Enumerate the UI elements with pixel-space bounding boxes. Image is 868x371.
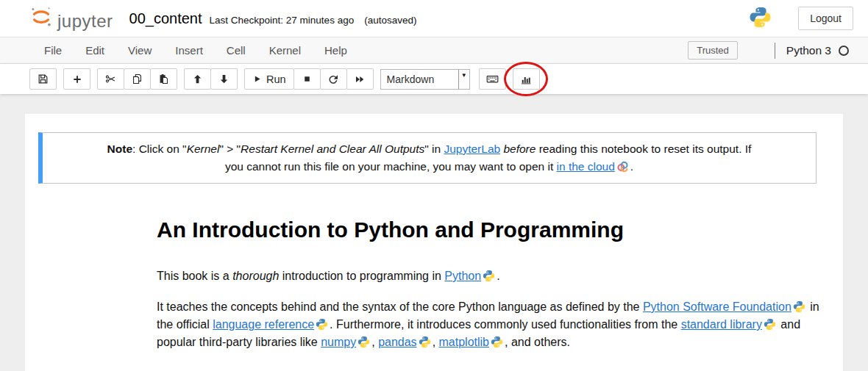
save-button[interactable]: [29, 68, 57, 90]
chart-output-button[interactable]: [513, 68, 540, 90]
python-logo-icon: [749, 6, 772, 32]
menu-cell[interactable]: Cell: [215, 38, 257, 62]
restart-icon: [327, 73, 339, 85]
move-cell-down-button[interactable]: [210, 68, 238, 90]
text-segment: thorough: [232, 270, 279, 282]
paste-icon: [157, 73, 170, 85]
cut-cell-button[interactable]: [97, 68, 124, 90]
kernel-idle-indicator-icon: [839, 46, 849, 56]
text-segment: " > ": [219, 143, 241, 155]
arrow-up-icon: [192, 73, 203, 84]
command-palette-button[interactable]: [479, 68, 506, 90]
keyboard-icon: [485, 72, 499, 86]
text-segment: ,: [371, 336, 378, 348]
text-segment: " in: [424, 143, 444, 155]
content-link[interactable]: in the cloud: [557, 160, 615, 173]
insert-cell-button[interactable]: [63, 68, 90, 90]
run-cell-button[interactable]: Run: [244, 68, 294, 90]
content-link[interactable]: JupyterLab: [444, 143, 500, 155]
python-logo-icon: [316, 318, 328, 331]
menu-insert[interactable]: Insert: [163, 38, 215, 62]
text-segment: , and others.: [505, 336, 570, 348]
plus-icon: [71, 73, 83, 85]
text-segment: This book is a: [157, 270, 232, 282]
text-segment: before: [503, 143, 536, 155]
menu-kernel[interactable]: Kernel: [257, 38, 313, 62]
text-segment: It teaches the concepts behind and the s…: [157, 300, 643, 313]
menu-help[interactable]: Help: [313, 38, 359, 62]
text-segment: .: [630, 160, 633, 173]
autosave-status: (autosaved): [364, 15, 416, 26]
paste-cell-button[interactable]: [150, 68, 177, 90]
copy-cell-button[interactable]: [124, 68, 151, 90]
content-link[interactable]: Python: [444, 270, 481, 282]
arrow-down-icon: [218, 73, 230, 84]
checkpoint-status: Last Checkpoint: 27 minutes ago: [210, 15, 355, 26]
stop-icon: [302, 73, 313, 84]
move-cell-up-button[interactable]: [184, 68, 211, 90]
notebook-container: Note: Click on "Kernel" > "Restart Kerne…: [25, 114, 843, 371]
interrupt-kernel-button[interactable]: [294, 68, 321, 90]
text-segment: Note: [107, 143, 132, 155]
play-icon: [252, 74, 262, 84]
text-segment: . Furthermore, it introduces commonly us…: [330, 318, 681, 331]
text-segment: : Click on ": [132, 143, 187, 155]
jupyter-logo-icon: [29, 5, 53, 32]
description-paragraph: It teaches the concepts behind and the s…: [157, 298, 824, 351]
content-link[interactable]: matplotlib: [439, 336, 489, 348]
text-segment: Kernel: [187, 143, 220, 155]
text-segment: Restart Kernel and Clear All Outputs: [241, 143, 424, 155]
toolbar: Run Markdown ▼: [0, 64, 868, 94]
text-segment: introduction to programming in: [279, 270, 444, 282]
cell-type-dropdown[interactable]: Markdown ▼: [380, 69, 470, 90]
copy-icon: [131, 73, 143, 85]
jupyter-logo-text: jupyter: [57, 12, 113, 32]
kernel-name: Python 3: [786, 44, 831, 57]
logout-button[interactable]: Logout: [798, 7, 853, 30]
save-icon: [37, 73, 49, 85]
python-logo-icon: [419, 336, 431, 348]
menu-file[interactable]: File: [32, 38, 74, 62]
python-logo-icon: [491, 336, 503, 348]
fast-forward-icon: [354, 73, 366, 85]
python-logo-icon: [357, 336, 370, 348]
run-label: Run: [266, 73, 286, 85]
kernel-separator: [775, 43, 775, 59]
menu-bar: File Edit View Insert Cell Kernel Help T…: [0, 37, 868, 64]
note-callout: Note: Click on "Kernel" > "Restart Kerne…: [38, 132, 817, 184]
content-link[interactable]: standard library: [681, 318, 762, 331]
cell-type-selected: Markdown: [381, 70, 458, 89]
notebook-title[interactable]: 00_content: [129, 10, 202, 27]
content-link[interactable]: numpy: [321, 336, 356, 348]
bar-chart-icon: [519, 73, 533, 86]
python-logo-icon: [793, 300, 805, 313]
python-logo-icon: [764, 318, 776, 331]
content-link[interactable]: language reference: [213, 318, 314, 331]
dropdown-arrow-icon: ▼: [458, 70, 469, 89]
menu-view[interactable]: View: [116, 38, 163, 62]
trusted-badge: Trusted: [688, 41, 738, 60]
jupyter-logo[interactable]: jupyter: [29, 5, 113, 32]
content-link[interactable]: Python Software Foundation: [643, 300, 791, 313]
page-title: An Introduction to Python and Programmin…: [157, 217, 824, 242]
restart-run-all-button[interactable]: [346, 68, 374, 90]
restart-kernel-button[interactable]: [320, 68, 347, 90]
text-segment: ,: [433, 336, 439, 348]
intro-paragraph: This book is a thorough introduction to …: [157, 267, 824, 285]
scissors-icon: [104, 73, 117, 85]
menu-edit[interactable]: Edit: [74, 38, 116, 62]
text-segment: .: [497, 270, 499, 282]
content-link[interactable]: pandas: [378, 336, 417, 348]
binder-icon: [616, 160, 629, 173]
notebook-header: jupyter 00_content Last Checkpoint: 27 m…: [0, 0, 868, 37]
python-logo-icon: [483, 270, 495, 282]
